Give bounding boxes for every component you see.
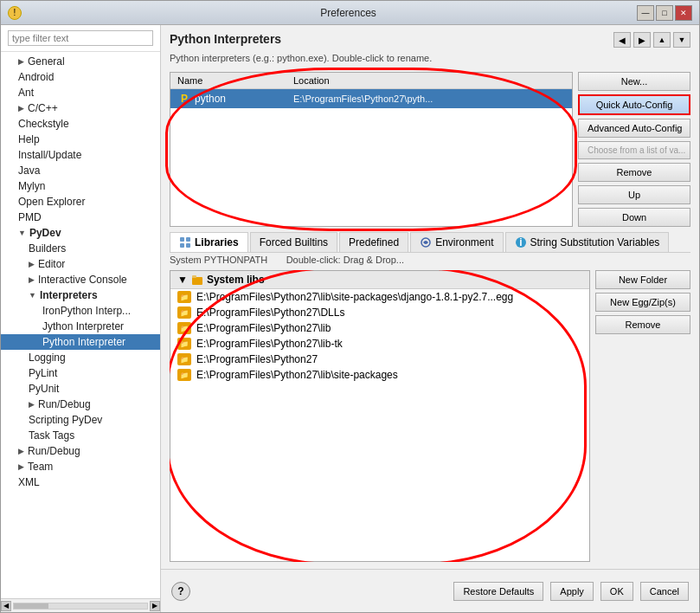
tab-environment[interactable]: Environment: [410, 232, 503, 252]
sidebar-item-rundebug-sub[interactable]: ▶Run/Debug: [1, 397, 160, 412]
sidebar-item-interpreters[interactable]: ▼Interpreters: [1, 287, 160, 303]
scroll-track: [13, 603, 148, 610]
sidebar-item-pylint[interactable]: PyLint: [1, 365, 160, 381]
scroll-left-btn[interactable]: ◀: [1, 601, 11, 611]
sidebar-item-logging[interactable]: Logging: [1, 350, 160, 365]
nav-dropdown-button[interactable]: ▼: [673, 32, 690, 48]
help-button[interactable]: ?: [171, 582, 190, 601]
down-button[interactable]: Down: [578, 208, 690, 227]
table-row[interactable]: P python E:\ProgramFiles\Python27\pyth..…: [170, 89, 572, 109]
interpreter-location-cell: E:\ProgramFiles\Python27\pyth...: [286, 89, 572, 109]
tabs-section: Libraries Forced Builtins Predefined Env…: [170, 232, 690, 562]
svg-rect-9: [192, 277, 202, 285]
bottom-bar: ? Restore Defaults Apply OK Cancel: [161, 569, 699, 612]
list-item[interactable]: 📁 E:\ProgramFiles\Python27: [170, 352, 589, 367]
up-button[interactable]: Up: [578, 185, 690, 204]
new-button[interactable]: New...: [578, 72, 690, 91]
close-button[interactable]: ✕: [675, 5, 692, 21]
sidebar-scrollbar[interactable]: ◀ ▶: [1, 598, 160, 612]
sidebar-item-general[interactable]: ▶General: [1, 54, 160, 69]
minimize-button[interactable]: —: [637, 5, 654, 21]
sidebar-item-checkstyle[interactable]: Checkstyle: [1, 116, 160, 132]
svg-rect-2: [180, 237, 184, 242]
restore-defaults-button[interactable]: Restore Defaults: [453, 582, 543, 601]
nav-back-button[interactable]: ◀: [613, 32, 631, 48]
tab-environment-label: Environment: [435, 236, 493, 248]
list-item[interactable]: 📁 E:\ProgramFiles\Python27\lib\site-pack…: [170, 289, 589, 305]
bottom-left: ?: [171, 582, 190, 601]
sidebar-item-ironpython[interactable]: IronPython Interp...: [1, 303, 160, 319]
sidebar-item-python-interpreter[interactable]: Python Interpreter: [1, 334, 160, 350]
quick-auto-config-button[interactable]: Quick Auto-Config: [578, 94, 690, 115]
tab-forced-builtins[interactable]: Forced Builtins: [250, 232, 337, 252]
nav-forward-button[interactable]: ▶: [633, 32, 651, 48]
sidebar: ▶General Android Ant ▶C/C++ Checkstyle H…: [1, 25, 161, 612]
interpreter-name-cell: P python: [170, 89, 286, 109]
new-folder-button[interactable]: New Folder: [595, 270, 690, 289]
apply-button[interactable]: Apply: [550, 582, 594, 601]
tab-libraries[interactable]: Libraries: [170, 232, 248, 252]
remove-interp-button[interactable]: Remove: [578, 163, 690, 182]
sidebar-item-xml[interactable]: XML: [1, 474, 160, 490]
sidebar-item-scripting[interactable]: Scripting PyDev: [1, 412, 160, 428]
lib-folder-icon: 📁: [177, 338, 191, 350]
expand-arrow: ▶: [18, 104, 24, 113]
list-item[interactable]: 📁 E:\ProgramFiles\Python27\lib: [170, 320, 589, 336]
list-item[interactable]: 📁 E:\ProgramFiles\Python27\lib\site-pack…: [170, 367, 589, 383]
sidebar-item-mylyn[interactable]: Mylyn: [1, 178, 160, 194]
tab-predefined[interactable]: Predefined: [339, 232, 408, 252]
sidebar-item-rundebug[interactable]: ▶Run/Debug: [1, 443, 160, 459]
sidebar-item-install[interactable]: Install/Update: [1, 147, 160, 163]
titlebar: ! Preferences — □ ✕: [1, 1, 699, 25]
expand-arrow: ▶: [18, 462, 24, 471]
filter-input[interactable]: [8, 30, 153, 46]
lib-folder-icon: 📁: [177, 322, 191, 334]
maximize-button[interactable]: □: [656, 5, 673, 21]
scroll-right-btn[interactable]: ▶: [150, 601, 160, 611]
sidebar-item-team[interactable]: ▶Team: [1, 459, 160, 474]
expand-arrow: ▶: [29, 400, 35, 409]
sidebar-item-pmd[interactable]: PMD: [1, 210, 160, 225]
interpreter-table: Name Location: [170, 73, 572, 108]
cancel-button[interactable]: Cancel: [640, 582, 689, 601]
sidebar-item-jython[interactable]: Jython Interpreter: [1, 319, 160, 334]
environment-icon: [420, 236, 432, 248]
list-item[interactable]: 📁 E:\ProgramFiles\Python27\DLLs: [170, 305, 589, 320]
tab-predefined-label: Predefined: [349, 236, 399, 248]
libs-tree-header-label: System libs: [207, 274, 265, 286]
choose-from-list-button[interactable]: Choose from a list of va...: [578, 141, 690, 159]
lib-path-2: E:\ProgramFiles\Python27\DLLs: [196, 306, 344, 319]
sidebar-item-help[interactable]: Help: [1, 132, 160, 147]
expand-arrow: ▼: [29, 291, 36, 300]
main-panel: Python Interpreters ◀ ▶ ▲ ▼ Python inter…: [161, 25, 699, 612]
tab-libraries-label: Libraries: [195, 236, 239, 248]
advanced-auto-config-button[interactable]: Advanced Auto-Config: [578, 119, 690, 138]
sidebar-item-pyunit[interactable]: PyUnit: [1, 381, 160, 397]
sidebar-item-android[interactable]: Android: [1, 69, 160, 85]
lib-path-6: E:\ProgramFiles\Python27\lib\site-packag…: [196, 369, 398, 381]
tab-forced-builtins-label: Forced Builtins: [260, 236, 328, 248]
sidebar-item-openexplorer[interactable]: Open Explorer: [1, 194, 160, 210]
libs-tree-header[interactable]: ▼ System libs: [170, 271, 589, 289]
new-egg-zip-button[interactable]: New Egg/Zip(s): [595, 293, 690, 312]
sidebar-item-pydev[interactable]: ▼PyDev: [1, 225, 160, 241]
lib-path-5: E:\ProgramFiles\Python27: [196, 353, 318, 365]
col-header-name: Name: [170, 73, 286, 89]
panel-title: Python Interpreters: [170, 32, 281, 46]
sidebar-item-builders[interactable]: Builders: [1, 241, 160, 256]
sidebar-item-editor[interactable]: ▶Editor: [1, 256, 160, 272]
sidebar-item-interactive-console[interactable]: ▶Interactive Console: [1, 272, 160, 287]
svg-rect-3: [186, 237, 190, 242]
sidebar-item-java[interactable]: Java: [1, 163, 160, 178]
sidebar-item-ant[interactable]: Ant: [1, 85, 160, 100]
tab-string-substitution[interactable]: i String Substitution Variables: [505, 232, 670, 252]
collapse-arrow: ▼: [177, 274, 188, 286]
nav-up-button[interactable]: ▲: [653, 32, 671, 48]
ok-button[interactable]: OK: [600, 582, 633, 601]
sidebar-item-cpp[interactable]: ▶C/C++: [1, 100, 160, 116]
list-item[interactable]: 📁 E:\ProgramFiles\Python27\lib-tk: [170, 336, 589, 352]
remove-lib-button[interactable]: Remove: [595, 315, 690, 334]
sidebar-item-tasktags[interactable]: Task Tags: [1, 428, 160, 443]
libs-buttons: New Folder New Egg/Zip(s) Remove: [595, 270, 690, 562]
expand-arrow: ▶: [29, 275, 35, 284]
